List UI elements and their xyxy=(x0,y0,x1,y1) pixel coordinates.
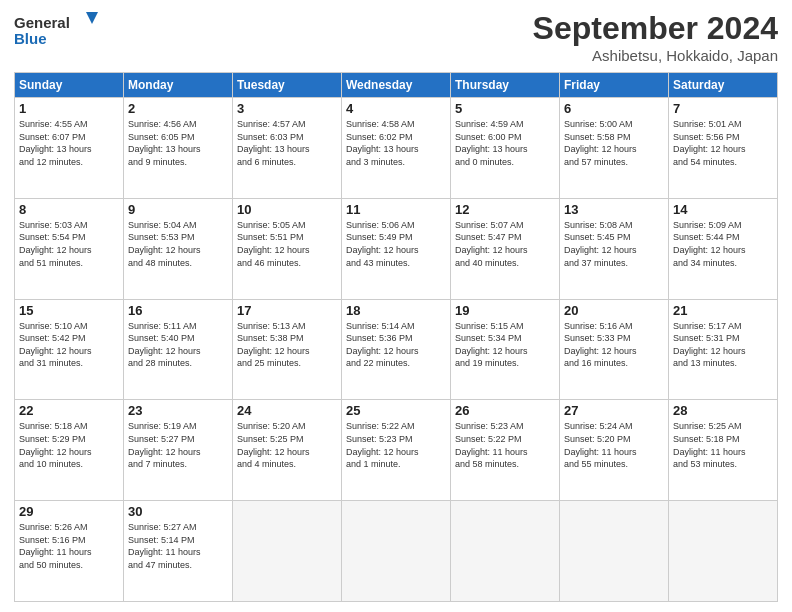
col-header-friday: Friday xyxy=(560,73,669,98)
day-number: 2 xyxy=(128,101,228,116)
day-info: Sunrise: 5:23 AM Sunset: 5:22 PM Dayligh… xyxy=(455,420,555,470)
day-number: 12 xyxy=(455,202,555,217)
day-cell: 22Sunrise: 5:18 AM Sunset: 5:29 PM Dayli… xyxy=(15,400,124,501)
day-number: 24 xyxy=(237,403,337,418)
day-cell xyxy=(451,501,560,602)
col-header-saturday: Saturday xyxy=(669,73,778,98)
week-row-2: 8Sunrise: 5:03 AM Sunset: 5:54 PM Daylig… xyxy=(15,198,778,299)
day-cell: 16Sunrise: 5:11 AM Sunset: 5:40 PM Dayli… xyxy=(124,299,233,400)
day-info: Sunrise: 5:04 AM Sunset: 5:53 PM Dayligh… xyxy=(128,219,228,269)
day-number: 15 xyxy=(19,303,119,318)
week-row-5: 29Sunrise: 5:26 AM Sunset: 5:16 PM Dayli… xyxy=(15,501,778,602)
day-cell: 19Sunrise: 5:15 AM Sunset: 5:34 PM Dayli… xyxy=(451,299,560,400)
day-number: 5 xyxy=(455,101,555,116)
svg-marker-2 xyxy=(86,12,98,24)
day-info: Sunrise: 5:26 AM Sunset: 5:16 PM Dayligh… xyxy=(19,521,119,571)
day-cell xyxy=(560,501,669,602)
day-cell: 9Sunrise: 5:04 AM Sunset: 5:53 PM Daylig… xyxy=(124,198,233,299)
day-number: 23 xyxy=(128,403,228,418)
week-row-3: 15Sunrise: 5:10 AM Sunset: 5:42 PM Dayli… xyxy=(15,299,778,400)
day-cell: 10Sunrise: 5:05 AM Sunset: 5:51 PM Dayli… xyxy=(233,198,342,299)
day-number: 1 xyxy=(19,101,119,116)
day-info: Sunrise: 5:06 AM Sunset: 5:49 PM Dayligh… xyxy=(346,219,446,269)
day-info: Sunrise: 5:14 AM Sunset: 5:36 PM Dayligh… xyxy=(346,320,446,370)
day-number: 7 xyxy=(673,101,773,116)
header: General Blue September 2024 Ashibetsu, H… xyxy=(14,10,778,64)
day-number: 16 xyxy=(128,303,228,318)
col-header-thursday: Thursday xyxy=(451,73,560,98)
day-cell: 3Sunrise: 4:57 AM Sunset: 6:03 PM Daylig… xyxy=(233,98,342,199)
day-info: Sunrise: 5:09 AM Sunset: 5:44 PM Dayligh… xyxy=(673,219,773,269)
svg-text:General: General xyxy=(14,14,70,31)
day-number: 27 xyxy=(564,403,664,418)
day-info: Sunrise: 5:10 AM Sunset: 5:42 PM Dayligh… xyxy=(19,320,119,370)
day-cell xyxy=(669,501,778,602)
day-cell: 11Sunrise: 5:06 AM Sunset: 5:49 PM Dayli… xyxy=(342,198,451,299)
day-info: Sunrise: 5:20 AM Sunset: 5:25 PM Dayligh… xyxy=(237,420,337,470)
day-info: Sunrise: 5:11 AM Sunset: 5:40 PM Dayligh… xyxy=(128,320,228,370)
day-number: 8 xyxy=(19,202,119,217)
day-cell: 12Sunrise: 5:07 AM Sunset: 5:47 PM Dayli… xyxy=(451,198,560,299)
day-number: 25 xyxy=(346,403,446,418)
col-header-sunday: Sunday xyxy=(15,73,124,98)
day-info: Sunrise: 4:56 AM Sunset: 6:05 PM Dayligh… xyxy=(128,118,228,168)
day-number: 13 xyxy=(564,202,664,217)
day-info: Sunrise: 5:27 AM Sunset: 5:14 PM Dayligh… xyxy=(128,521,228,571)
day-cell: 14Sunrise: 5:09 AM Sunset: 5:44 PM Dayli… xyxy=(669,198,778,299)
day-number: 21 xyxy=(673,303,773,318)
day-info: Sunrise: 4:59 AM Sunset: 6:00 PM Dayligh… xyxy=(455,118,555,168)
day-cell: 24Sunrise: 5:20 AM Sunset: 5:25 PM Dayli… xyxy=(233,400,342,501)
day-info: Sunrise: 5:05 AM Sunset: 5:51 PM Dayligh… xyxy=(237,219,337,269)
col-header-monday: Monday xyxy=(124,73,233,98)
day-info: Sunrise: 5:16 AM Sunset: 5:33 PM Dayligh… xyxy=(564,320,664,370)
day-cell: 6Sunrise: 5:00 AM Sunset: 5:58 PM Daylig… xyxy=(560,98,669,199)
day-info: Sunrise: 5:03 AM Sunset: 5:54 PM Dayligh… xyxy=(19,219,119,269)
day-info: Sunrise: 4:55 AM Sunset: 6:07 PM Dayligh… xyxy=(19,118,119,168)
day-info: Sunrise: 5:25 AM Sunset: 5:18 PM Dayligh… xyxy=(673,420,773,470)
week-row-1: 1Sunrise: 4:55 AM Sunset: 6:07 PM Daylig… xyxy=(15,98,778,199)
week-row-4: 22Sunrise: 5:18 AM Sunset: 5:29 PM Dayli… xyxy=(15,400,778,501)
day-info: Sunrise: 5:17 AM Sunset: 5:31 PM Dayligh… xyxy=(673,320,773,370)
day-number: 28 xyxy=(673,403,773,418)
subtitle: Ashibetsu, Hokkaido, Japan xyxy=(533,47,778,64)
day-info: Sunrise: 5:00 AM Sunset: 5:58 PM Dayligh… xyxy=(564,118,664,168)
day-number: 3 xyxy=(237,101,337,116)
day-info: Sunrise: 5:08 AM Sunset: 5:45 PM Dayligh… xyxy=(564,219,664,269)
page: General Blue September 2024 Ashibetsu, H… xyxy=(0,0,792,612)
day-info: Sunrise: 4:57 AM Sunset: 6:03 PM Dayligh… xyxy=(237,118,337,168)
day-number: 22 xyxy=(19,403,119,418)
day-info: Sunrise: 5:01 AM Sunset: 5:56 PM Dayligh… xyxy=(673,118,773,168)
day-cell: 21Sunrise: 5:17 AM Sunset: 5:31 PM Dayli… xyxy=(669,299,778,400)
day-number: 20 xyxy=(564,303,664,318)
day-number: 11 xyxy=(346,202,446,217)
day-cell: 18Sunrise: 5:14 AM Sunset: 5:36 PM Dayli… xyxy=(342,299,451,400)
day-number: 6 xyxy=(564,101,664,116)
day-info: Sunrise: 5:07 AM Sunset: 5:47 PM Dayligh… xyxy=(455,219,555,269)
day-cell xyxy=(233,501,342,602)
day-cell: 8Sunrise: 5:03 AM Sunset: 5:54 PM Daylig… xyxy=(15,198,124,299)
day-cell: 30Sunrise: 5:27 AM Sunset: 5:14 PM Dayli… xyxy=(124,501,233,602)
day-number: 19 xyxy=(455,303,555,318)
day-info: Sunrise: 5:19 AM Sunset: 5:27 PM Dayligh… xyxy=(128,420,228,470)
day-info: Sunrise: 4:58 AM Sunset: 6:02 PM Dayligh… xyxy=(346,118,446,168)
calendar-table: SundayMondayTuesdayWednesdayThursdayFrid… xyxy=(14,72,778,602)
day-number: 17 xyxy=(237,303,337,318)
title-block: September 2024 Ashibetsu, Hokkaido, Japa… xyxy=(533,10,778,64)
day-number: 14 xyxy=(673,202,773,217)
day-number: 29 xyxy=(19,504,119,519)
logo: General Blue xyxy=(14,10,104,54)
day-cell: 5Sunrise: 4:59 AM Sunset: 6:00 PM Daylig… xyxy=(451,98,560,199)
day-cell: 17Sunrise: 5:13 AM Sunset: 5:38 PM Dayli… xyxy=(233,299,342,400)
month-title: September 2024 xyxy=(533,10,778,47)
day-cell: 27Sunrise: 5:24 AM Sunset: 5:20 PM Dayli… xyxy=(560,400,669,501)
logo-svg: General Blue xyxy=(14,10,104,54)
day-cell: 13Sunrise: 5:08 AM Sunset: 5:45 PM Dayli… xyxy=(560,198,669,299)
svg-text:Blue: Blue xyxy=(14,30,47,47)
day-info: Sunrise: 5:13 AM Sunset: 5:38 PM Dayligh… xyxy=(237,320,337,370)
day-cell xyxy=(342,501,451,602)
day-cell: 20Sunrise: 5:16 AM Sunset: 5:33 PM Dayli… xyxy=(560,299,669,400)
day-cell: 25Sunrise: 5:22 AM Sunset: 5:23 PM Dayli… xyxy=(342,400,451,501)
day-cell: 1Sunrise: 4:55 AM Sunset: 6:07 PM Daylig… xyxy=(15,98,124,199)
day-number: 9 xyxy=(128,202,228,217)
day-cell: 29Sunrise: 5:26 AM Sunset: 5:16 PM Dayli… xyxy=(15,501,124,602)
